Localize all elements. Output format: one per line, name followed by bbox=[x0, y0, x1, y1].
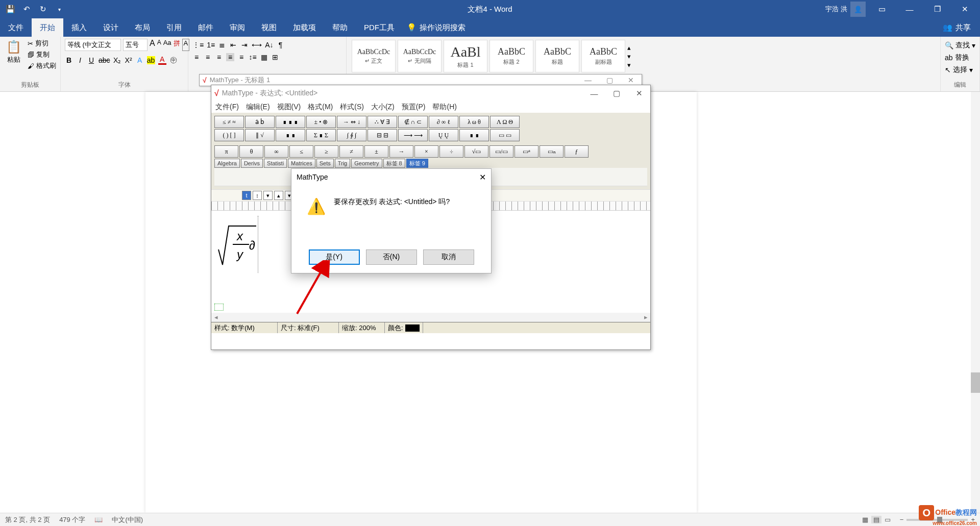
mt-palette[interactable]: λ ω θ bbox=[459, 116, 489, 128]
inc-indent-icon[interactable]: ⇥ bbox=[240, 41, 249, 49]
mt-template[interactable]: Σ ∎ Σ bbox=[306, 129, 336, 141]
mt-menu-pref[interactable]: 预置(P) bbox=[402, 103, 426, 112]
mt-sym[interactable]: ≤ bbox=[289, 145, 313, 158]
mt-palette[interactable]: ∎ ∎ ∎ bbox=[276, 116, 305, 128]
mt-sym[interactable]: ▭/▭ bbox=[489, 145, 513, 158]
mt-palette[interactable]: ȧ ḃ bbox=[245, 116, 275, 128]
mt-palette[interactable]: ∂ ∞ ℓ bbox=[429, 116, 458, 128]
tab-help[interactable]: 帮助 bbox=[324, 18, 356, 37]
vertical-scrollbar[interactable] bbox=[971, 92, 980, 513]
mt-sym[interactable]: ± bbox=[364, 145, 388, 158]
view-read-icon[interactable]: ▦ bbox=[862, 516, 868, 523]
phonetic-icon[interactable]: 拼 bbox=[174, 39, 180, 51]
mt-close-icon[interactable]: ✕ bbox=[628, 85, 650, 102]
spellcheck-icon[interactable]: 📖 bbox=[94, 516, 103, 523]
save-icon[interactable]: 💾 bbox=[5, 4, 15, 14]
ribbon-options-icon[interactable]: ▭ bbox=[871, 0, 893, 18]
mt-palette[interactable]: → ⇔ ↓ bbox=[337, 116, 366, 128]
mt-palette[interactable]: ± • ⊗ bbox=[306, 116, 336, 128]
mt-palette[interactable]: ∉ ∩ ⊂ bbox=[398, 116, 428, 128]
mt-sym[interactable]: ÷ bbox=[439, 145, 463, 158]
mt-tab[interactable]: Derivs bbox=[241, 159, 263, 168]
mt-sym[interactable]: ∞ bbox=[264, 145, 288, 158]
avatar-icon[interactable]: 👤 bbox=[850, 2, 866, 17]
find-button[interactable]: 🔍 查找 ▾ bbox=[945, 41, 975, 50]
tab-design[interactable]: 设计 bbox=[95, 18, 127, 37]
mt-menu-style[interactable]: 样式(S) bbox=[340, 103, 364, 112]
mt-max-icon[interactable]: ▢ bbox=[605, 85, 628, 102]
mt-tab[interactable]: Statisti bbox=[264, 159, 287, 168]
status-words[interactable]: 479 个字 bbox=[59, 515, 85, 524]
dec-indent-icon[interactable]: ⇤ bbox=[229, 41, 237, 49]
paste-button[interactable]: 📋粘贴 bbox=[4, 39, 23, 65]
style-heading1[interactable]: AaBl标题 1 bbox=[444, 40, 487, 72]
tab-addins[interactable]: 加载项 bbox=[285, 18, 324, 37]
mt-sym[interactable]: × bbox=[414, 145, 438, 158]
mt-back-min-icon[interactable]: — bbox=[577, 76, 599, 84]
mt-menu-file[interactable]: 文件(F) bbox=[215, 103, 239, 112]
mt-status-zoom[interactable]: 缩放: 200% bbox=[339, 322, 385, 333]
yes-button[interactable]: 是(Y) bbox=[309, 249, 360, 265]
mathtype-titlebar[interactable]: √ MathType - 表达式: <Untitled> — ▢ ✕ bbox=[211, 85, 650, 102]
select-button[interactable]: ↖ 选择 ▾ bbox=[945, 65, 975, 74]
tab-references[interactable]: 引用 bbox=[158, 18, 190, 37]
mt-status-style[interactable]: 样式: 数学(M) bbox=[211, 322, 278, 333]
mt-menu-format[interactable]: 格式(M) bbox=[308, 103, 333, 112]
view-print-icon[interactable]: ▤ bbox=[871, 516, 881, 523]
user-name[interactable]: 宇浩 洪 👤 bbox=[825, 2, 866, 17]
superscript-button[interactable]: X² bbox=[125, 56, 133, 64]
shrink-font-icon[interactable]: A bbox=[157, 39, 161, 51]
minimize-icon[interactable]: — bbox=[898, 0, 921, 18]
tab-home[interactable]: 开始 bbox=[32, 18, 63, 37]
mt-tab[interactable]: Algebra bbox=[214, 159, 240, 168]
align-left-icon[interactable]: ≡ bbox=[192, 53, 201, 61]
mt-tab[interactable]: Geometry bbox=[351, 159, 382, 168]
mt-template[interactable]: ⟶ ⟶ bbox=[398, 129, 428, 141]
underline-button[interactable]: U bbox=[87, 56, 95, 64]
text-effects-icon[interactable]: A bbox=[136, 56, 144, 64]
distribute-icon[interactable]: ≡ bbox=[237, 53, 246, 61]
mt-tab[interactable]: 标签 8 bbox=[383, 159, 405, 168]
borders-icon[interactable]: ⊞ bbox=[271, 53, 279, 61]
mt-status-color[interactable]: 颜色: bbox=[385, 322, 423, 333]
mt-template[interactable]: ∥ √ bbox=[245, 129, 275, 141]
line-spacing-icon[interactable]: ↕≡ bbox=[249, 53, 257, 61]
dialog-close-icon[interactable]: ✕ bbox=[479, 172, 486, 182]
font-family-dropdown[interactable]: 等线 (中文正文 bbox=[65, 39, 121, 51]
mt-tb2-btn[interactable]: ▾ bbox=[263, 191, 273, 200]
tab-review[interactable]: 审阅 bbox=[222, 18, 253, 37]
highlight-icon[interactable]: ab bbox=[147, 56, 155, 64]
tab-file[interactable]: 文件 bbox=[0, 18, 32, 37]
style-heading2[interactable]: AaBbC标题 2 bbox=[489, 40, 533, 72]
bold-button[interactable]: B bbox=[65, 56, 73, 64]
mt-tb2-btn[interactable]: t bbox=[242, 191, 251, 200]
mt-sym[interactable]: ▭ⁿ bbox=[514, 145, 538, 158]
close-icon[interactable]: ✕ bbox=[953, 0, 976, 18]
style-subtitle[interactable]: AaBbC副标题 bbox=[581, 40, 625, 72]
subscript-button[interactable]: X₂ bbox=[113, 56, 121, 64]
mt-template[interactable]: ⊟ ⊟ bbox=[368, 129, 397, 141]
replace-button[interactable]: ab 替换 bbox=[945, 53, 975, 62]
redo-icon[interactable]: ↻ bbox=[38, 4, 48, 14]
multilist-icon[interactable]: ≣ bbox=[218, 41, 226, 49]
no-button[interactable]: 否(N) bbox=[366, 249, 417, 265]
dialog-titlebar[interactable]: MathType ✕ bbox=[291, 169, 491, 185]
mt-menu-size[interactable]: 大小(Z) bbox=[371, 103, 395, 112]
mt-tab[interactable]: Sets bbox=[316, 159, 334, 168]
mt-hscroll[interactable]: ◂▸ bbox=[211, 313, 650, 322]
font-color-icon[interactable]: A bbox=[158, 55, 166, 65]
align-right-icon[interactable]: ≡ bbox=[215, 53, 223, 61]
tell-me-search[interactable]: 💡 操作说明搜索 bbox=[407, 18, 465, 37]
numbering-icon[interactable]: 1≡ bbox=[207, 41, 215, 49]
font-size-dropdown[interactable]: 五号 bbox=[123, 39, 148, 51]
style-nospacing[interactable]: AaBbCcDc↵ 无间隔 bbox=[398, 40, 442, 72]
view-web-icon[interactable]: ▭ bbox=[885, 516, 891, 523]
sort-icon[interactable]: A↓ bbox=[265, 41, 273, 49]
mt-back-max-icon[interactable]: ▢ bbox=[599, 76, 620, 84]
format-painter-button[interactable]: 🖌 格式刷 bbox=[28, 61, 56, 70]
mt-tb2-btn[interactable]: ▴ bbox=[274, 191, 283, 200]
mt-tab[interactable]: Trig bbox=[335, 159, 351, 168]
pilcrow-icon[interactable]: ¶ bbox=[277, 41, 285, 49]
tab-pdf[interactable]: PDF工具 bbox=[356, 18, 403, 37]
status-language[interactable]: 中文(中国) bbox=[112, 515, 143, 524]
